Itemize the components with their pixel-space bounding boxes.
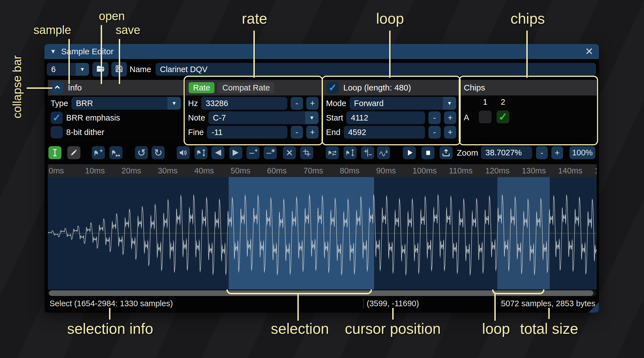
annotation-rate-label: rate xyxy=(242,10,267,27)
loop-start-input[interactable]: 4112 xyxy=(346,111,425,124)
undo-button[interactable]: ↺ xyxy=(135,146,148,159)
upload-sample-button[interactable] xyxy=(440,146,453,159)
name-label: Name xyxy=(130,63,151,76)
chip-enable-checkbox[interactable]: ✓ xyxy=(479,111,492,123)
fade-in-button[interactable] xyxy=(211,146,224,159)
loop-start-decrement-button[interactable]: - xyxy=(428,111,441,124)
apply-silence-button[interactable] xyxy=(264,146,277,159)
signed-unsigned-button[interactable] xyxy=(361,146,374,159)
reverse-icon xyxy=(328,148,337,157)
fine-input[interactable]: -11 xyxy=(207,126,287,139)
hz-decrement-button[interactable]: - xyxy=(291,97,303,110)
loop-mode-value: Forward xyxy=(350,97,443,110)
draw-mode-icon xyxy=(69,148,78,157)
preview-button[interactable] xyxy=(403,146,416,159)
mode-label: Mode xyxy=(326,99,346,108)
chip-enable-checkbox[interactable]: ✓ xyxy=(497,111,509,123)
fade-out-button[interactable] xyxy=(229,146,242,159)
ruler-tick: 110ms xyxy=(449,166,473,175)
fine-decrement-button[interactable]: - xyxy=(291,126,303,139)
filter-icon xyxy=(379,148,388,157)
chevron-down-icon: ▼ xyxy=(76,63,89,76)
note-select[interactable]: C-7 ▼ xyxy=(208,111,319,124)
tab-compat-rate[interactable]: Compat Rate xyxy=(218,82,274,93)
stop-preview-icon xyxy=(423,148,433,157)
annotation-open-line xyxy=(101,25,102,84)
annotation-selection-bracket xyxy=(226,290,372,294)
draw-mode-button[interactable] xyxy=(67,146,80,159)
fine-increment-button[interactable]: + xyxy=(306,126,319,139)
folder-open-icon xyxy=(96,64,105,75)
waveform-canvas[interactable] xyxy=(48,177,597,290)
normalize-button[interactable] xyxy=(194,146,208,159)
ruler-tick: 150ms xyxy=(594,166,597,175)
sample-selector[interactable]: 6 ▼ xyxy=(47,63,89,76)
amplify-button[interactable] xyxy=(177,146,190,159)
check-icon: ✓ xyxy=(499,112,507,122)
ruler-tick: 50ms xyxy=(231,166,250,175)
window-titlebar[interactable]: ▼ Sample Editor ✕ xyxy=(45,44,599,59)
annotation-cursor-position-label: cursor position xyxy=(345,320,441,337)
dither-checkbox[interactable]: ✓ xyxy=(51,126,63,138)
note-select-value: C-7 xyxy=(208,111,305,124)
desktop-background: ▼ Sample Editor ✕ 6 ▼ Name Clarinet DQV xyxy=(0,0,644,358)
resample-button[interactable] xyxy=(109,146,122,159)
insert-silence-button[interactable] xyxy=(246,146,260,159)
ruler-tick: 20ms xyxy=(122,166,141,175)
brr-emphasis-label: BRR emphasis xyxy=(66,113,120,122)
annotation-chips-label: chips xyxy=(510,10,545,27)
delete-button[interactable] xyxy=(283,146,296,159)
tab-rate[interactable]: Rate xyxy=(189,82,214,93)
loop-end-decrement-button[interactable]: - xyxy=(428,126,441,139)
chips-panel: Chips 12A✓✓ xyxy=(460,80,597,143)
ruler-tick: 0ms xyxy=(49,166,64,175)
resize-button[interactable] xyxy=(92,146,105,159)
window-collapse-icon[interactable]: ▼ xyxy=(50,48,56,55)
info-collapse-button[interactable] xyxy=(51,82,63,94)
hz-label: Hz xyxy=(188,99,198,108)
annotation-loop-label: loop xyxy=(376,10,404,27)
zoom-reset-button[interactable]: 100% xyxy=(569,146,595,159)
zoom-out-button[interactable]: - xyxy=(536,146,548,159)
dither-label: 8-bit dither xyxy=(66,128,104,137)
annotation-loop-bracket xyxy=(492,290,544,294)
ruler-tick: 90ms xyxy=(376,166,396,175)
invert-button[interactable] xyxy=(344,146,357,159)
select-mode-button[interactable] xyxy=(48,146,61,159)
filter-button[interactable] xyxy=(377,146,390,159)
loop-mode-select[interactable]: Forward ▼ xyxy=(350,97,456,110)
sample-editor-window: ▼ Sample Editor ✕ 6 ▼ Name Clarinet DQV xyxy=(45,44,599,313)
loop-start-increment-button[interactable]: + xyxy=(444,111,456,124)
loop-checkbox[interactable]: ✓ xyxy=(327,82,339,94)
zoom-input[interactable]: 38.7027% xyxy=(481,146,532,159)
trim-button[interactable] xyxy=(300,146,313,159)
type-select[interactable]: BRR ▼ xyxy=(71,97,181,110)
time-ruler[interactable]: 0ms10ms20ms30ms40ms50ms60ms70ms80ms90ms1… xyxy=(48,164,597,177)
waveform-area[interactable] xyxy=(48,177,597,290)
zoom-in-button[interactable]: + xyxy=(551,146,563,159)
status-divider xyxy=(363,298,364,308)
stop-preview-button[interactable] xyxy=(421,146,435,159)
undo-icon: ↺ xyxy=(137,148,145,158)
brr-emphasis-checkbox[interactable]: ✓ xyxy=(51,112,63,124)
annotation-sample-line xyxy=(68,39,70,84)
annotation-chips-line xyxy=(526,31,528,78)
annotation-selection-info-line xyxy=(109,308,110,320)
hz-input[interactable]: 33286 xyxy=(201,97,287,110)
window-resize-grip[interactable] xyxy=(588,302,599,313)
loop-end-input[interactable]: 4592 xyxy=(344,126,425,139)
sample-name-input[interactable]: Clarinet DQV xyxy=(156,63,596,76)
loop-end-increment-button[interactable]: + xyxy=(444,126,456,139)
reverse-button[interactable] xyxy=(326,146,339,159)
open-sample-button[interactable] xyxy=(92,62,108,77)
chevron-down-icon: ▼ xyxy=(305,111,319,124)
ruler-tick: 40ms xyxy=(194,166,214,175)
annotation-sample-label: sample xyxy=(33,23,71,37)
ruler-tick: 130ms xyxy=(522,166,546,175)
rate-panel: Rate Compat Rate Hz 33286 - + Note C-7 ▼… xyxy=(185,80,321,143)
hz-increment-button[interactable]: + xyxy=(306,97,319,110)
redo-button[interactable]: ↻ xyxy=(152,146,165,159)
chevron-down-icon: ▼ xyxy=(443,97,456,110)
check-icon: ✓ xyxy=(329,83,337,93)
close-icon[interactable]: ✕ xyxy=(585,46,593,57)
